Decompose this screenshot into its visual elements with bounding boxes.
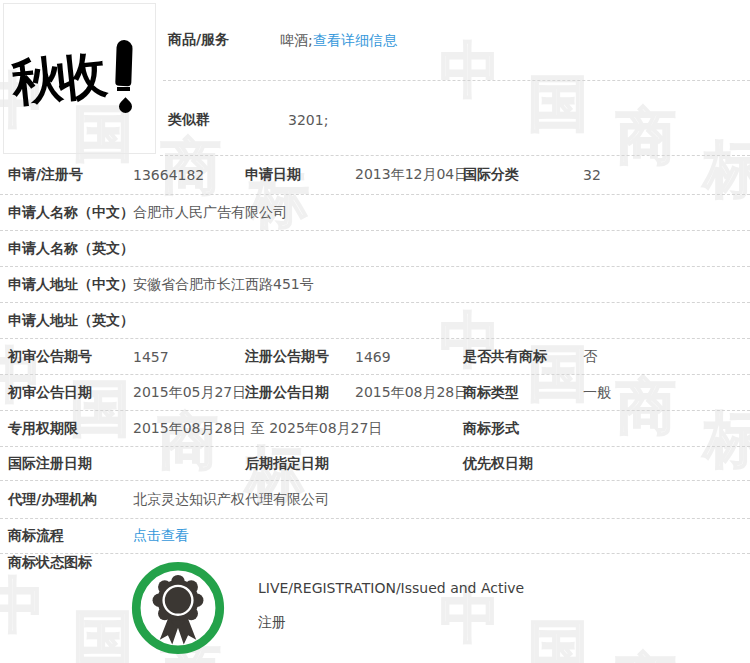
status-label: 商标状态图标 bbox=[8, 554, 92, 572]
field-label: 商标形式 bbox=[463, 420, 519, 438]
trademark-detail-page: 中国商标中国商标中国商标中国商标中国商标中国商标 秋收 商品/服务 啤酒; 查看… bbox=[0, 0, 750, 663]
logo-drop-icon bbox=[116, 97, 134, 115]
status-text-chinese: 注册 bbox=[258, 614, 286, 632]
field-label: 申请人地址（英文） bbox=[8, 312, 134, 330]
field-value: 合肥市人民广告有限公司 bbox=[133, 204, 287, 222]
status-text-english: LIVE/REGISTRATION/Issued and Active bbox=[258, 580, 524, 596]
field-value: 1457 bbox=[133, 349, 169, 365]
field-label: 初审公告日期 bbox=[8, 384, 92, 402]
field-label: 优先权日期 bbox=[463, 455, 533, 473]
similar-group-value: 3201; bbox=[288, 112, 328, 128]
field-row: 国际注册日期 后期指定日期 优先权日期 bbox=[0, 447, 750, 481]
field-value: 安徽省合肥市长江西路451号 bbox=[133, 276, 314, 294]
field-row: 申请人名称（英文） bbox=[0, 231, 750, 267]
field-row: 申请人地址（英文） bbox=[0, 303, 750, 339]
trademark-logo-text: 秋收 bbox=[10, 49, 105, 108]
goods-services-value: 啤酒; bbox=[280, 32, 313, 50]
field-label: 后期指定日期 bbox=[245, 455, 329, 473]
field-label: 代理/办理机构 bbox=[8, 491, 97, 509]
logo-exclamation-icon bbox=[115, 40, 133, 87]
field-value: 2015年08月28日 至 2025年08月27日 bbox=[133, 420, 382, 438]
field-label: 国际注册日期 bbox=[8, 455, 92, 473]
field-value: 13664182 bbox=[133, 167, 204, 183]
field-label: 是否共有商标 bbox=[463, 348, 547, 366]
field-label: 商标类型 bbox=[463, 384, 519, 402]
field-row: 申请人地址（中文） 安徽省合肥市长江西路451号 bbox=[0, 267, 750, 303]
field-row: 申请/注册号 13664182 申请日期 2013年12月04日 国际分类 32 bbox=[0, 156, 750, 195]
field-table: 申请/注册号 13664182 申请日期 2013年12月04日 国际分类 32… bbox=[0, 156, 750, 663]
trademark-image: 秋收 bbox=[3, 3, 156, 154]
field-label: 国际分类 bbox=[463, 166, 519, 184]
watermark-char: 国 bbox=[528, 73, 588, 133]
field-label: 申请人名称（英文） bbox=[8, 240, 134, 258]
status-badge-icon bbox=[130, 560, 226, 656]
field-value: 2015年08月28日 bbox=[355, 384, 468, 402]
field-value: 否 bbox=[583, 348, 597, 366]
goods-detail-link[interactable]: 查看详细信息 bbox=[313, 32, 397, 50]
field-label: 申请人名称（中文） bbox=[8, 204, 134, 222]
field-row: 申请人名称（中文） 合肥市人民广告有限公司 bbox=[0, 195, 750, 231]
trademark-process-link[interactable]: 点击查看 bbox=[133, 527, 189, 545]
field-value: 2013年12月04日 bbox=[355, 166, 468, 184]
field-value: 32 bbox=[583, 167, 601, 183]
goods-services-label: 商品/服务 bbox=[168, 31, 229, 49]
field-label: 申请/注册号 bbox=[8, 166, 83, 184]
field-value: 北京灵达知识产权代理有限公司 bbox=[133, 491, 329, 509]
field-label: 申请人地址（中文） bbox=[8, 276, 134, 294]
watermark-char: 中 bbox=[440, 40, 500, 100]
field-label: 注册公告日期 bbox=[245, 384, 329, 402]
field-label: 初审公告期号 bbox=[8, 348, 92, 366]
field-row: 专用权期限 2015年08月28日 至 2025年08月27日 商标形式 bbox=[0, 411, 750, 447]
field-row: 代理/办理机构 北京灵达知识产权代理有限公司 bbox=[0, 481, 750, 519]
field-row: 初审公告日期 2015年05月27日 注册公告日期 2015年08月28日 商标… bbox=[0, 375, 750, 411]
field-label: 注册公告期号 bbox=[245, 348, 329, 366]
field-row: 初审公告期号 1457 注册公告期号 1469 是否共有商标 否 bbox=[0, 339, 750, 375]
status-row: 商标状态图标 LIVE/REGISTRATIO bbox=[0, 554, 750, 663]
field-value: 2015年05月27日 bbox=[133, 384, 246, 402]
field-value: 1469 bbox=[355, 349, 391, 365]
field-label: 专用权期限 bbox=[8, 420, 78, 438]
similar-group-label: 类似群 bbox=[168, 111, 210, 129]
logo-exclamation-cap bbox=[117, 87, 130, 91]
divider bbox=[163, 80, 750, 81]
field-row: 商标流程 点击查看 bbox=[0, 519, 750, 554]
field-value: 一般 bbox=[583, 384, 611, 402]
field-label: 申请日期 bbox=[245, 166, 301, 184]
field-label: 商标流程 bbox=[8, 527, 64, 545]
